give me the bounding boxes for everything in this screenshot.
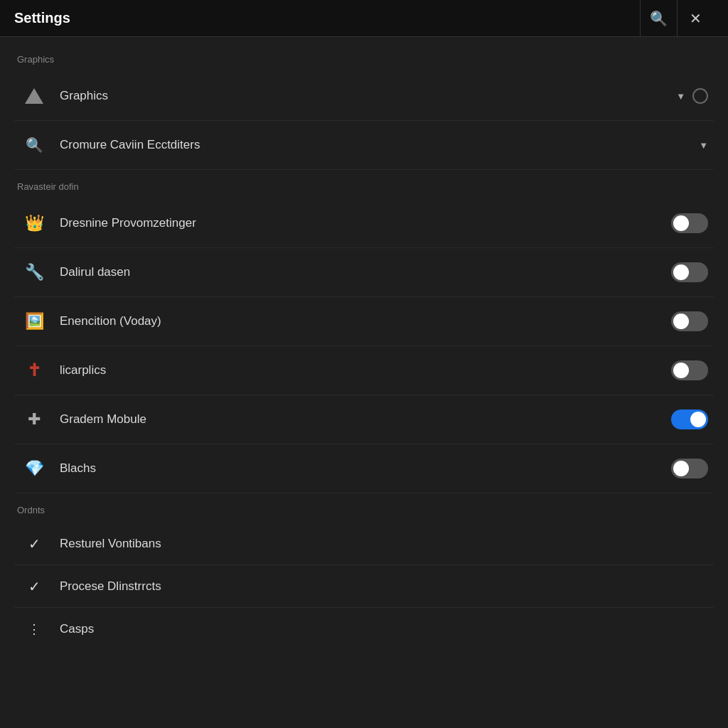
ordnts-item-2[interactable]: ⋮ Casps: [14, 608, 714, 651]
toggle-knob: [673, 314, 689, 329]
photo-icon: 🖼️: [20, 307, 48, 336]
dalirul-label: Dalirul dasen: [60, 265, 671, 279]
close-button[interactable]: ✕: [677, 0, 714, 37]
casps-label: Casps: [60, 622, 708, 636]
graphics-row-right: ▼: [676, 88, 708, 104]
circle-indicator: [692, 88, 708, 104]
ordnts-item-0[interactable]: ✓ Resturel Vontibans: [14, 523, 714, 565]
cromure-dropdown-arrow: ▼: [699, 140, 708, 151]
dots-icon: ⋮: [20, 621, 48, 637]
gradem-toggle[interactable]: [671, 410, 708, 429]
tool-icon: 🔧: [20, 258, 48, 287]
toggle-knob: [673, 264, 689, 280]
checkmark-icon-1: ✓: [20, 578, 48, 595]
plus-circle-icon: ✚: [20, 405, 48, 434]
procese-label: Procese Dlinstrrcts: [60, 579, 708, 594]
renderer-item-2[interactable]: 🖼️ Enencition (Voday): [14, 297, 714, 346]
cromure-search-icon: 🔍: [20, 131, 48, 159]
graphics-section-label: Graphics: [14, 54, 714, 65]
diamond-icon: 💎: [20, 454, 48, 483]
dropdown-arrow-icon: ▼: [676, 91, 685, 102]
header-actions: 🔍 ✕: [640, 0, 714, 37]
ordnts-section-label: Ordnts: [14, 505, 714, 515]
renderer-section-divider: Ravasteir dofin: [14, 181, 714, 192]
settings-content: Graphics Graphics ▼ 🔍 Cromure Caviin Ecc…: [0, 37, 728, 668]
search-button[interactable]: 🔍: [640, 0, 677, 37]
dresnine-label: Dresnine Provomzetinger: [60, 216, 671, 230]
renderer-item-5[interactable]: 💎 Blachs: [14, 444, 714, 493]
licarplics-toggle[interactable]: [671, 360, 708, 380]
toggle-knob: [673, 363, 689, 378]
close-icon: ✕: [690, 10, 702, 27]
magnifier-icon: 🔍: [26, 136, 43, 154]
blachs-label: Blachs: [60, 461, 671, 476]
blachs-toggle[interactable]: [671, 459, 708, 478]
graphics-triangle-icon: [20, 82, 48, 110]
renderer-section-label: Ravasteir dofin: [14, 181, 714, 192]
cromure-label: Cromure Caviin Ecctditers: [60, 138, 699, 152]
enencition-toggle[interactable]: [671, 311, 708, 331]
header: Settings 🔍 ✕: [0, 0, 728, 37]
toggle-knob: [673, 461, 689, 476]
dresnine-toggle[interactable]: [671, 213, 708, 233]
cromure-row-right: ▼: [699, 140, 708, 151]
renderer-item-4[interactable]: ✚ Gradem Mobule: [14, 395, 714, 444]
graphics-label: Graphics: [60, 89, 676, 103]
dalirul-toggle[interactable]: [671, 262, 708, 282]
renderer-item-3[interactable]: ✝ licarplics: [14, 346, 714, 395]
licarplics-label: licarplics: [60, 363, 671, 378]
toggle-knob: [690, 412, 706, 427]
graphics-row[interactable]: Graphics ▼: [14, 72, 714, 121]
renderer-item-1[interactable]: 🔧 Dalirul dasen: [14, 248, 714, 297]
cross-icon: ✝: [20, 356, 48, 385]
ordnts-section-divider: Ordnts: [14, 505, 714, 515]
ordnts-item-1[interactable]: ✓ Procese Dlinstrrcts: [14, 565, 714, 608]
toggle-knob: [673, 215, 689, 231]
search-icon: 🔍: [650, 10, 668, 27]
enencition-label: Enencition (Voday): [60, 314, 671, 328]
crown-icon: 👑: [20, 209, 48, 237]
renderer-item-0[interactable]: 👑 Dresnine Provomzetinger: [14, 199, 714, 248]
gradem-label: Gradem Mobule: [60, 412, 671, 427]
cromure-row[interactable]: 🔍 Cromure Caviin Ecctditers ▼: [14, 121, 714, 170]
page-title: Settings: [14, 10, 70, 26]
checkmark-icon-0: ✓: [20, 535, 48, 552]
resturel-label: Resturel Vontibans: [60, 537, 708, 551]
